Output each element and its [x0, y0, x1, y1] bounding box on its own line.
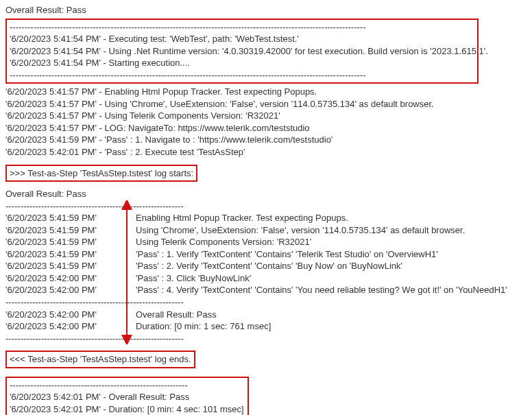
- log-line: '6/20/2023 5:41:59 PM' - 'Pass' : 1. Nav…: [5, 134, 527, 146]
- log-message: Duration: [0 min: 1 sec: 761 msec]: [136, 320, 527, 333]
- timestamp: '6/20/2023 5:42:00 PM': [5, 284, 122, 296]
- inner-overall-result: Overall Result: Pass: [5, 188, 527, 200]
- log-line: '6/20/2023 5:41:54 PM' - Executing test:…: [10, 33, 474, 45]
- log-message: 'Pass' : 1. Verify 'TextContent' 'Contai…: [136, 248, 527, 261]
- log-message: Overall Result: Pass: [136, 309, 527, 321]
- inner-log-row: '6/20/2023 5:41:59 PM'Enabling Html Popu…: [5, 212, 527, 224]
- inner-log-row: '6/20/2023 5:42:00 PM''Pass' : 3. Click …: [5, 272, 527, 285]
- inner-log-row: '6/20/2023 5:41:59 PM'Using 'Chrome', Us…: [5, 224, 527, 237]
- box-execution-start: ----------------------------------------…: [5, 19, 479, 84]
- box-log-starts: >>> Test-as-Step 'TestAsStep.tstest' log…: [5, 165, 197, 182]
- divider: ----------------------------------------…: [5, 296, 527, 309]
- log-line: '6/20/2023 5:42:01 PM' - Duration: [0 mi…: [10, 403, 245, 415]
- log-line: '6/20/2023 5:41:57 PM' - Enabling Html P…: [5, 86, 527, 98]
- inner-log-row: '6/20/2023 5:41:59 PM''Pass' : 2. Verify…: [5, 260, 527, 272]
- timestamp: '6/20/2023 5:41:59 PM': [5, 212, 122, 224]
- timestamp: '6/20/2023 5:41:59 PM': [5, 260, 122, 272]
- divider: ----------------------------------------…: [10, 379, 245, 392]
- log-line: '6/20/2023 5:41:54 PM' - Starting execut…: [10, 57, 474, 69]
- log-message: 'Pass' : 4. Verify 'TextContent' 'Contai…: [136, 284, 527, 296]
- inner-log-row: '6/20/2023 5:41:59 PM''Pass' : 1. Verify…: [5, 248, 527, 261]
- timestamp: '6/20/2023 5:41:59 PM': [5, 224, 122, 237]
- log-line: '6/20/2023 5:42:01 PM' - Overall Result:…: [10, 391, 245, 403]
- timestamp: '6/20/2023 5:42:00 PM': [5, 309, 122, 321]
- timestamp: '6/20/2023 5:41:59 PM': [5, 248, 122, 261]
- box-final-summary: ----------------------------------------…: [5, 377, 249, 415]
- divider: ----------------------------------------…: [5, 200, 527, 213]
- log-line: '6/20/2023 5:42:01 PM' - 'Pass' : 2. Exe…: [5, 146, 527, 158]
- divider: ----------------------------------------…: [10, 69, 474, 82]
- log-line: '6/20/2023 5:41:57 PM' - Using Telerik C…: [5, 110, 527, 122]
- inner-log-row: '6/20/2023 5:42:00 PM''Pass' : 4. Verify…: [5, 284, 527, 296]
- inner-log-row: '6/20/2023 5:41:59 PM'Using Telerik Comp…: [5, 236, 527, 248]
- inner-log-row: '6/20/2023 5:42:00 PM'Overall Result: Pa…: [5, 309, 527, 321]
- log-message: 'Pass' : 3. Click 'BuyNowLink': [136, 272, 527, 285]
- inner-log-row: '6/20/2023 5:42:00 PM'Duration: [0 min: …: [5, 320, 527, 333]
- log-message: Using Telerik Components Version: 'R3202…: [136, 236, 527, 248]
- log-line: '6/20/2023 5:41:54 PM' - Using .Net Runt…: [10, 45, 474, 58]
- log-message: Using 'Chrome', UseExtension: 'False', v…: [136, 224, 527, 237]
- divider: ----------------------------------------…: [10, 21, 474, 34]
- timestamp: '6/20/2023 5:42:00 PM': [5, 320, 122, 333]
- log-message: Enabling Html Popup Tracker. Test expect…: [136, 212, 527, 224]
- log-line: '6/20/2023 5:41:57 PM' - LOG: NavigateTo…: [5, 122, 527, 134]
- log-line: '6/20/2023 5:41:57 PM' - Using 'Chrome',…: [5, 98, 527, 110]
- log-message: 'Pass' : 2. Verify 'TextContent' 'Contai…: [136, 260, 527, 272]
- timestamp: '6/20/2023 5:42:00 PM': [5, 272, 122, 285]
- inner-log-block: ----------------------------------------…: [5, 200, 527, 345]
- divider: ----------------------------------------…: [5, 333, 527, 345]
- box-log-ends: <<< Test-as-Step 'TestAsStep.tstest' log…: [5, 351, 195, 368]
- timestamp: '6/20/2023 5:41:59 PM': [5, 236, 122, 248]
- overall-result: Overall Result: Pass: [5, 4, 527, 16]
